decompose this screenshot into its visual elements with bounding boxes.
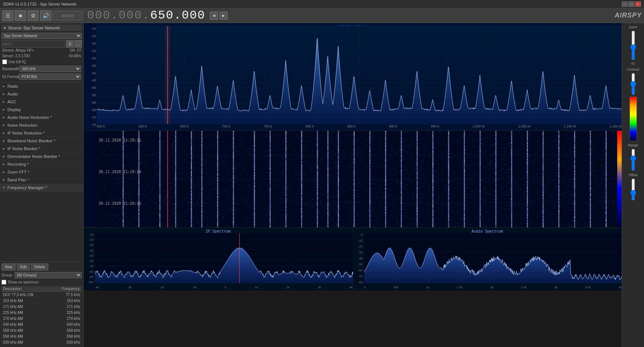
delete-button[interactable]: Delete: [31, 263, 48, 270]
zoom-value: 42: [631, 62, 635, 65]
contrast-label: Contrast: [627, 68, 639, 71]
bandwidth-label: Bandwidth: [2, 67, 20, 71]
freq-row[interactable]: 639 kHz AM639 kHz: [1, 340, 82, 346]
freq-desc: 558 kHz AM: [1, 334, 42, 339]
new-button[interactable]: New: [1, 263, 16, 270]
freq-row[interactable]: 558 kHz AM558 kHz: [1, 334, 82, 340]
audio-x-label: 2k: [490, 286, 493, 289]
plugin-item-if-noise-blanker[interactable]: ►IF Noise Blanker *: [0, 145, 83, 153]
freq-desc: 225 kHz AM: [1, 310, 42, 315]
x-label: 650 k: [180, 124, 188, 130]
plugin-label-audio-noise-reduction: Audio Noise Reduction *: [7, 115, 52, 120]
freq-row[interactable]: DCF 77,5 kHz CW77,5 kHz: [1, 292, 82, 298]
if-x-axis: -4k-3k-2k-1k01k2k3k4k: [95, 284, 353, 291]
spectrum-x-axis: 550 k600 k650 k700 k750 k800 k850 k900 k…: [97, 124, 622, 130]
source-collapse-icon: ▼: [3, 26, 7, 30]
freq-step-down-button[interactable]: ◄: [210, 12, 218, 20]
plugin-arrow-audio: ►: [2, 92, 6, 96]
zoom-slider[interactable]: [630, 30, 636, 60]
plugin-item-audio[interactable]: ►Audio: [0, 90, 83, 98]
connect-d-button[interactable]: D: [66, 40, 73, 48]
plugin-label-if-noise-blanker: IF Noise Blanker *: [7, 146, 41, 151]
settings-button[interactable]: ⚙: [28, 10, 39, 21]
plugin-item-frequency-manager[interactable]: ▼Frequency Manager *: [0, 184, 83, 192]
freq-desc: 270 kHz AM: [1, 316, 42, 321]
if-y-label: -60: [84, 259, 94, 263]
spectrum-canvas[interactable]: [97, 26, 622, 124]
offset-label: Offset: [629, 173, 638, 177]
plugin-list: ►Radio►Audio►AGC►Display►Audio Noise Red…: [0, 82, 83, 262]
contrast-slider[interactable]: [630, 73, 636, 95]
server-label: Server: 2.0.1700: [2, 54, 30, 58]
minimize-button[interactable]: –: [622, 1, 628, 7]
if-y-label: -10: [84, 233, 94, 236]
range-slider[interactable]: [630, 149, 636, 171]
plugin-label-baseband-noise-blanker: Baseband Noise Blanker *: [7, 139, 55, 143]
waterfall-canvas[interactable]: [97, 131, 622, 227]
audio-x-label: 2,5k: [521, 286, 527, 289]
audio-y-label: -80: [353, 280, 363, 284]
plugin-arrow-agc: ►: [2, 100, 6, 104]
plugin-item-recording[interactable]: ►Recording *: [0, 160, 83, 168]
menu-button[interactable]: ☰: [2, 10, 13, 21]
title-text: SDR# v1.0.0.1732 - Spy Server Network: [3, 2, 621, 6]
plugin-item-agc[interactable]: ►AGC: [0, 98, 83, 106]
freq-row[interactable]: 270 kHz AM270 kHz: [1, 316, 82, 322]
tune-slider-area[interactable]: ||||||||||||||||: [53, 11, 83, 20]
if-spectrum-canvas[interactable]: [95, 233, 353, 283]
audio-y-label: -60: [353, 269, 363, 272]
browse-button[interactable]: ...: [74, 40, 82, 48]
if-x-label: 4k: [349, 286, 352, 289]
plugin-item-demodulator-noise-blanker[interactable]: ►Demodulator Noise Blanker *: [0, 153, 83, 160]
freq-row[interactable]: 225 kHz AM225 kHz: [1, 310, 82, 316]
color-scale: [629, 97, 637, 141]
iq-format-select[interactable]: PCM 8bit: [19, 74, 81, 80]
offset-slider[interactable]: [630, 178, 636, 201]
plugin-arrow-band-plan: ►: [2, 178, 6, 182]
group-select[interactable]: [All Groups]: [15, 272, 82, 278]
edit-button[interactable]: Edit: [17, 263, 30, 270]
group-label: Group:: [1, 273, 13, 277]
timestamp-2: 30.11.2020 11:29:24: [99, 170, 141, 174]
if-y-label: -20: [84, 238, 94, 241]
close-button[interactable]: ✕: [635, 1, 641, 7]
freq-desc: 639 kHz AM: [1, 340, 42, 345]
y-label: -75: [84, 123, 96, 127]
use-full-iq-checkbox[interactable]: [2, 59, 7, 64]
freq-row[interactable]: 153 kHz AM153 kHz: [1, 298, 82, 304]
url-input[interactable]: [1, 40, 65, 48]
plugin-item-display[interactable]: ►Display: [0, 106, 83, 114]
left-panel: ▼ Source: Spy Server Network Spy Server …: [0, 23, 84, 347]
top-spectrum: Medium Wave -10-15-20-25-30-35-40-45-50-…: [84, 23, 622, 131]
source-header[interactable]: ▼ Source: Spy Server Network: [1, 25, 82, 31]
source-select[interactable]: Spy Server Network: [1, 33, 82, 39]
plugin-arrow-zoom-fft: ►: [2, 170, 6, 174]
audio-button[interactable]: 🔊: [40, 10, 51, 21]
freq-row[interactable]: 171 kHz AM171 kHz: [1, 304, 82, 310]
plugin-item-if-noise-reduction[interactable]: ►IF Noise Reduction *: [0, 129, 83, 137]
plugin-item-audio-noise-reduction[interactable]: ►Audio Noise Reduction *: [0, 114, 83, 121]
bandwidth-select[interactable]: 660 kHz: [20, 66, 81, 72]
audio-spectrum-y-axis: 0-10-20-30-40-50-60-70-80: [353, 233, 364, 284]
freq-row[interactable]: 540 kHz AM540 kHz: [1, 322, 82, 328]
frequency-display: 000.000.650.000: [87, 9, 205, 22]
sn-label: SN: 37: [70, 48, 81, 52]
x-label: 600 k: [138, 124, 147, 130]
plugin-arrow-recording: ►: [2, 162, 6, 166]
plugin-item-noise-reduction[interactable]: ►Noise Reduction: [0, 121, 83, 129]
freq-step-up-button[interactable]: ►: [220, 12, 228, 20]
show-on-spectrum-checkbox[interactable]: [1, 280, 6, 285]
freq-desc: 171 kHz AM: [1, 304, 42, 309]
plugin-label-frequency-manager: Frequency Manager *: [7, 185, 47, 190]
plugin-item-band-plan[interactable]: ►Band Plan *: [0, 176, 83, 184]
range-label: Range: [628, 143, 638, 147]
plugin-label-audio: Audio: [7, 92, 18, 96]
plugin-item-radio[interactable]: ►Radio: [0, 82, 83, 90]
maximize-button[interactable]: □: [628, 1, 634, 7]
audio-spectrum-canvas[interactable]: [364, 233, 622, 283]
stop-button[interactable]: ■: [15, 10, 26, 21]
x-label: 800 k: [305, 124, 314, 130]
plugin-item-baseband-noise-blanker[interactable]: ►Baseband Noise Blanker *: [0, 137, 83, 145]
freq-row[interactable]: 558 kHz AM558 kHz: [1, 328, 82, 334]
plugin-item-zoom-fft[interactable]: ►Zoom FFT *: [0, 168, 83, 176]
